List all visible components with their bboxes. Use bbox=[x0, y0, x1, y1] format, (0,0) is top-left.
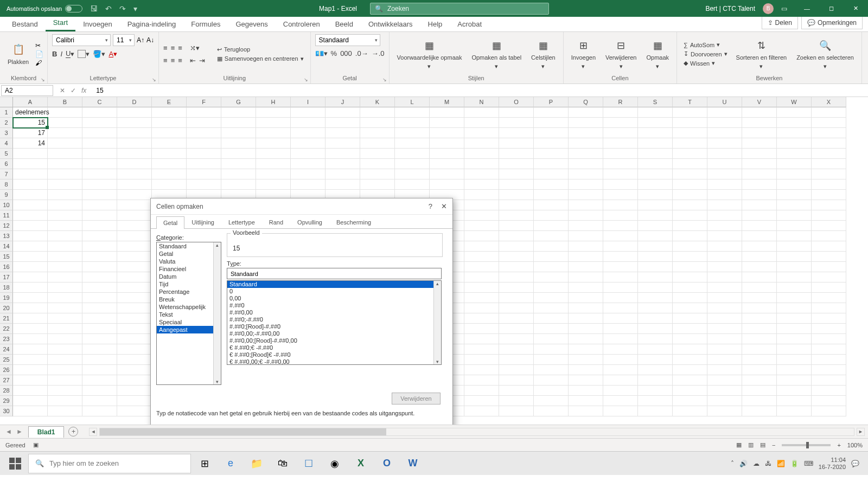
cell[interactable] bbox=[603, 313, 638, 324]
select-all-corner[interactable] bbox=[0, 97, 13, 107]
cell[interactable] bbox=[812, 262, 846, 272]
horizontal-scrollbar[interactable]: ◄ ► bbox=[89, 428, 865, 436]
cell[interactable] bbox=[569, 386, 603, 396]
cell[interactable] bbox=[13, 375, 48, 386]
cell[interactable] bbox=[777, 334, 812, 344]
row-header[interactable]: 8 bbox=[0, 179, 13, 190]
cell[interactable] bbox=[221, 169, 256, 179]
cell[interactable] bbox=[464, 272, 499, 282]
col-header[interactable]: B bbox=[48, 97, 82, 107]
cell[interactable] bbox=[569, 138, 603, 149]
cell[interactable] bbox=[569, 107, 603, 118]
cell[interactable] bbox=[256, 169, 291, 179]
cell[interactable] bbox=[48, 293, 82, 303]
cell[interactable] bbox=[534, 262, 569, 272]
cell[interactable] bbox=[603, 375, 638, 386]
font-family-combo[interactable]: Calibri bbox=[52, 34, 111, 46]
cell[interactable] bbox=[638, 365, 673, 375]
mail-icon[interactable]: ☐ bbox=[296, 452, 321, 476]
cell[interactable] bbox=[707, 406, 742, 416]
cell[interactable] bbox=[499, 396, 534, 406]
cell[interactable] bbox=[48, 334, 82, 344]
cell[interactable] bbox=[534, 118, 569, 128]
cell[interactable] bbox=[499, 375, 534, 386]
cell[interactable] bbox=[812, 396, 846, 406]
indent-increase-icon[interactable]: ⇥ bbox=[199, 56, 205, 65]
sheet-tab-blad1[interactable]: Blad1 bbox=[28, 426, 65, 438]
cell[interactable] bbox=[82, 365, 117, 375]
cell[interactable] bbox=[742, 159, 777, 169]
cell[interactable] bbox=[812, 210, 846, 221]
format-item[interactable]: #.##0,00;-#.##0,00 bbox=[227, 330, 441, 337]
cell[interactable] bbox=[742, 107, 777, 118]
cell[interactable] bbox=[603, 190, 638, 200]
cell[interactable] bbox=[673, 324, 707, 334]
cell[interactable] bbox=[48, 241, 82, 252]
cell[interactable] bbox=[742, 313, 777, 324]
cell[interactable] bbox=[777, 159, 812, 169]
tab-gegevens[interactable]: Gegevens bbox=[228, 17, 275, 31]
cell[interactable] bbox=[638, 293, 673, 303]
cell[interactable] bbox=[326, 149, 360, 159]
cell[interactable] bbox=[603, 344, 638, 355]
dialog-tab-rand[interactable]: Rand bbox=[262, 216, 290, 228]
format-item[interactable]: Standaard bbox=[227, 281, 441, 288]
outlook-icon[interactable]: O bbox=[374, 452, 399, 476]
cell[interactable] bbox=[707, 138, 742, 149]
cell[interactable] bbox=[812, 231, 846, 241]
cell[interactable] bbox=[707, 149, 742, 159]
cell[interactable] bbox=[360, 107, 395, 118]
tab-help[interactable]: Help bbox=[420, 17, 450, 31]
cell[interactable] bbox=[534, 169, 569, 179]
cell[interactable] bbox=[638, 344, 673, 355]
col-header[interactable]: J bbox=[326, 97, 360, 107]
cell[interactable] bbox=[82, 138, 117, 149]
align-right-icon[interactable]: ≡ bbox=[178, 56, 182, 65]
dialog-titlebar[interactable]: Cellen opmaken ? ✕ bbox=[151, 198, 452, 215]
cell[interactable] bbox=[117, 344, 152, 355]
cell[interactable] bbox=[673, 169, 707, 179]
cell[interactable] bbox=[742, 169, 777, 179]
edge-icon[interactable]: e bbox=[218, 452, 243, 476]
cell[interactable] bbox=[777, 221, 812, 231]
autosave[interactable]: Automatisch opslaan bbox=[7, 5, 82, 12]
cell[interactable] bbox=[777, 149, 812, 159]
cell[interactable] bbox=[117, 128, 152, 138]
format-painter-icon[interactable]: 🖌 bbox=[35, 59, 43, 67]
cell[interactable] bbox=[603, 107, 638, 118]
column-headers[interactable]: ABCDEFGHIJKLMNOPQRSTUVWX bbox=[13, 97, 846, 107]
cell[interactable] bbox=[638, 138, 673, 149]
cell[interactable] bbox=[82, 169, 117, 179]
cell[interactable] bbox=[499, 324, 534, 334]
cell[interactable] bbox=[82, 293, 117, 303]
category-item[interactable]: Breuk bbox=[157, 296, 221, 303]
cell[interactable] bbox=[152, 169, 187, 179]
row-header[interactable]: 24 bbox=[0, 344, 13, 355]
cell[interactable] bbox=[221, 159, 256, 169]
cell[interactable] bbox=[707, 282, 742, 293]
cell[interactable] bbox=[812, 293, 846, 303]
category-item[interactable]: Datum bbox=[157, 273, 221, 280]
cell[interactable] bbox=[464, 252, 499, 262]
cell[interactable] bbox=[152, 138, 187, 149]
cell[interactable] bbox=[117, 190, 152, 200]
cell[interactable] bbox=[534, 344, 569, 355]
cell[interactable] bbox=[395, 149, 430, 159]
col-header[interactable]: X bbox=[812, 97, 846, 107]
cell[interactable] bbox=[707, 252, 742, 262]
cell[interactable] bbox=[464, 262, 499, 272]
cell[interactable] bbox=[430, 138, 464, 149]
cell[interactable] bbox=[742, 231, 777, 241]
cell[interactable] bbox=[707, 293, 742, 303]
cell[interactable] bbox=[569, 241, 603, 252]
tab-pagina-indeling[interactable]: Pagina-indeling bbox=[120, 17, 184, 31]
cell[interactable] bbox=[673, 179, 707, 190]
cell[interactable] bbox=[673, 344, 707, 355]
cell[interactable] bbox=[152, 128, 187, 138]
cell[interactable] bbox=[603, 252, 638, 262]
merge-button[interactable]: ▦Samenvoegen en centreren ▾ bbox=[215, 55, 306, 63]
cell[interactable] bbox=[638, 375, 673, 386]
scroll-right-icon[interactable]: ► bbox=[857, 428, 865, 436]
col-header[interactable]: V bbox=[742, 97, 777, 107]
cell[interactable] bbox=[742, 221, 777, 231]
